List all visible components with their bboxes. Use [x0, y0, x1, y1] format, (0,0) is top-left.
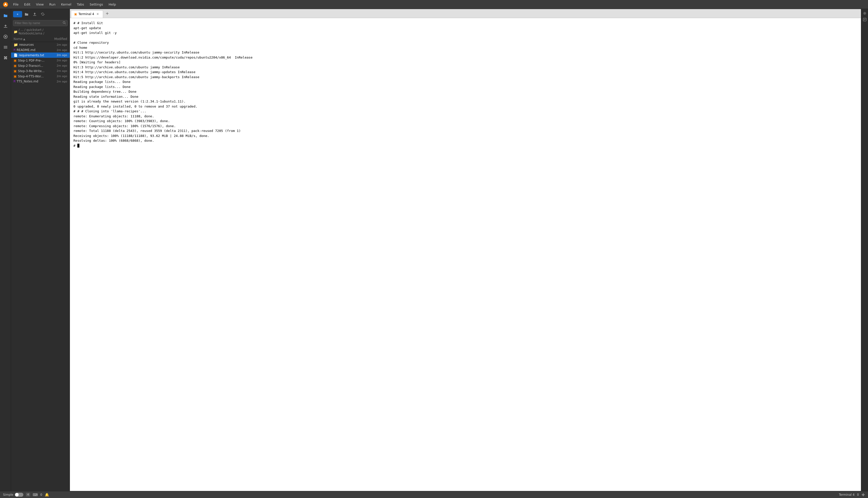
sidebar-icon-puzzle[interactable]	[1, 53, 10, 62]
file-label-requirements: requirements.txt	[19, 53, 44, 57]
file-name-step3: ▣ Step-3-Re-Write...	[14, 69, 56, 73]
breadcrumb: 📁 / ... / quickstart / NotebookLlama /	[11, 27, 69, 36]
status-left: Simple 4 ⌨ 0 🔔	[3, 493, 49, 497]
tab-terminal-icon: ▣	[74, 12, 77, 16]
file-item-step1[interactable]: ▣ Step-1 PDF-Pre-... 2m ago	[11, 58, 69, 63]
svg-point-9	[63, 22, 65, 24]
folder-icon-resources: 📁	[14, 43, 18, 47]
search-input-wrap[interactable]	[13, 20, 68, 26]
svg-point-1	[5, 4, 6, 5]
sidebar-icon-folder[interactable]	[1, 11, 10, 20]
terminal-content: # # Install Git apt-get update apt-get i…	[70, 18, 861, 491]
search-bar	[11, 19, 69, 27]
svg-rect-8	[33, 15, 36, 16]
svg-rect-2	[4, 27, 7, 28]
file-item-step4[interactable]: ▣ Step-4-TTS-Wor... 2m ago	[11, 74, 69, 79]
search-input[interactable]	[15, 21, 63, 25]
bell-icon[interactable]: 🔔	[45, 493, 49, 497]
file-label-readme: README.md	[16, 48, 35, 52]
file-time-requirements: 2m ago	[56, 53, 67, 57]
file-item-readme[interactable]: M README.md 2m ago	[11, 48, 69, 53]
tab-terminal4[interactable]: ▣ Terminal 4 ✕	[71, 10, 103, 18]
sort-arrow-icon: ▲	[23, 38, 25, 40]
file-time-ttsnotes: 2m ago	[56, 80, 67, 83]
menu-view[interactable]: View	[34, 1, 46, 7]
status-info1: 0	[40, 493, 42, 497]
file-item-requirements[interactable]: 📄 requirements.txt 2m ago	[11, 53, 69, 58]
file-time-step1: 2m ago	[56, 59, 67, 62]
svg-rect-5	[4, 46, 7, 47]
file-list: 📁 resources 2m ago M README.md 2m ago 📄 …	[11, 42, 69, 491]
new-file-button[interactable]: + +	[13, 11, 22, 17]
file-time-step2: 2m ago	[56, 64, 67, 67]
refresh-button[interactable]	[39, 11, 46, 17]
menubar: File Edit View Run Kernel Tabs Settings …	[0, 0, 868, 9]
file-name-ttsnotes: M TTS_Notes.md	[14, 80, 56, 83]
open-folder-button[interactable]	[23, 11, 30, 17]
status-right: Terminal 4 0	[839, 493, 865, 497]
terminal-area: ▣ Terminal 4 ✕ + # # Install Git apt-get…	[70, 9, 861, 491]
file-item-step3[interactable]: ▣ Step-3-Re-Write... 2m ago	[11, 68, 69, 74]
file-name-step4: ▣ Step-4-TTS-Wor...	[14, 74, 56, 78]
status-bar: Simple 4 ⌨ 0 🔔 Terminal 4 0	[0, 491, 868, 498]
svg-point-11	[864, 13, 865, 14]
sidebar-icon-list[interactable]	[1, 43, 10, 52]
upload-button[interactable]	[31, 11, 38, 17]
file-item-step2[interactable]: ▣ Step-2-Transcri... 2m ago	[11, 63, 69, 68]
menu-help[interactable]: Help	[106, 1, 119, 7]
new-tab-button[interactable]: +	[104, 10, 111, 17]
col-modified-header: Modified	[54, 37, 67, 41]
sidebar-icon-circle[interactable]	[1, 32, 10, 41]
mode-toggle[interactable]	[15, 493, 23, 497]
search-icon[interactable]	[63, 21, 66, 25]
status-settings-icon[interactable]	[861, 493, 865, 497]
icon-sidebar	[0, 9, 11, 491]
col-name-header[interactable]: Name ▲	[14, 37, 25, 41]
menu-edit[interactable]: Edit	[22, 1, 33, 7]
tab-terminal-label: Terminal 4	[78, 12, 94, 16]
right-sidebar	[861, 9, 868, 491]
file-item-resources[interactable]: 📁 resources 2m ago	[11, 42, 69, 48]
file-name-step1: ▣ Step-1 PDF-Pre-...	[14, 58, 56, 62]
md-icon-ttsnotes: M	[14, 80, 15, 83]
status-terminal-label: Terminal 4	[839, 493, 854, 497]
svg-point-16	[863, 494, 864, 495]
menu-tabs[interactable]: Tabs	[74, 1, 87, 7]
tab-bar: ▣ Terminal 4 ✕ +	[70, 9, 861, 18]
build-icon[interactable]	[863, 18, 867, 22]
file-name-readme: M README.md	[14, 48, 56, 52]
file-time-step4: 2m ago	[56, 75, 67, 78]
nb-icon-step3: ▣	[14, 69, 16, 73]
file-label-ttsnotes: TTS_Notes.md	[16, 80, 38, 83]
nb-icon-step1: ▣	[14, 58, 16, 62]
breadcrumb-text: / ... / quickstart / NotebookLlama /	[18, 28, 67, 35]
nb-icon-step4: ▣	[14, 74, 16, 78]
file-panel: + +	[11, 9, 70, 491]
nb-icon-step2: ▣	[14, 64, 16, 68]
txt-icon-requirements: 📄	[14, 53, 17, 57]
menu-file[interactable]: File	[11, 1, 21, 7]
file-name-resources: 📁 resources	[14, 43, 56, 47]
file-item-ttsnotes[interactable]: M TTS_Notes.md 2m ago	[11, 79, 69, 84]
menu-run[interactable]: Run	[47, 1, 58, 7]
svg-point-4	[5, 36, 6, 37]
col-name-label: Name	[14, 37, 22, 41]
file-time-resources: 2m ago	[56, 43, 67, 47]
file-label-step3: Step-3-Re-Write...	[18, 69, 44, 73]
menu-kernel[interactable]: Kernel	[59, 1, 74, 7]
menu-settings[interactable]: Settings	[87, 1, 105, 7]
file-label-step2: Step-2-Transcri...	[18, 64, 43, 68]
status-extra: 0	[857, 493, 859, 497]
keyboard-icon[interactable]: ⌨	[33, 493, 38, 497]
tab-close-button[interactable]: ✕	[96, 12, 100, 16]
plus-icon: +	[16, 12, 18, 16]
mode-toggle-wrap: Simple	[3, 493, 23, 497]
sidebar-icon-upload[interactable]	[1, 22, 10, 31]
svg-line-10	[65, 23, 66, 24]
settings-icon[interactable]	[863, 12, 867, 16]
svg-rect-7	[4, 48, 7, 49]
file-name-step2: ▣ Step-2-Transcri...	[14, 64, 56, 68]
breadcrumb-folder-icon: 📁	[14, 30, 17, 34]
mode-label: Simple	[3, 493, 13, 497]
file-list-header: Name ▲ Modified	[11, 36, 69, 42]
